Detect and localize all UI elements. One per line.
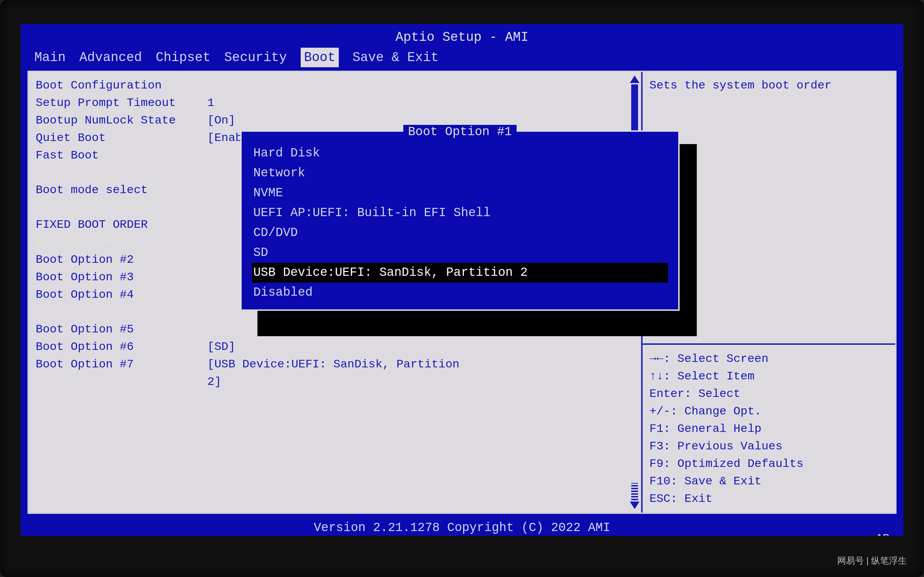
boot-mode-select-label: Boot mode select <box>36 182 207 199</box>
nav-change-opt: +/-: Change Opt. <box>649 403 888 420</box>
fast-boot-label: Fast Boot <box>36 147 207 164</box>
boot-option-7-label: Boot Option #7 <box>36 356 207 391</box>
boot-option-4-label: Boot Option #4 <box>36 286 207 304</box>
popup-option-nvme[interactable]: NVME <box>252 183 668 203</box>
nav-select-item: ↑↓: Select Item <box>649 368 888 385</box>
nav-general-help: F1: General Help <box>649 420 888 438</box>
setup-prompt-timeout-row[interactable]: Setup Prompt Timeout 1 <box>36 94 634 112</box>
menu-bar: Main Advanced Chipset Security Boot Save… <box>21 48 903 71</box>
boot-option-7-value: [USB Device:UEFI: SanDisk, Partition 2] <box>207 356 468 391</box>
version-text: Version 2.21.1278 Copyright (C) 2022 AMI <box>314 521 610 535</box>
popup-option-network[interactable]: Network <box>252 163 668 183</box>
nav-enter-select: Enter: Select <box>649 385 888 403</box>
popup-option-sd[interactable]: SD <box>252 243 668 263</box>
bios-title: Aptio Setup - AMI <box>21 24 903 48</box>
popup-option-hard-disk[interactable]: Hard Disk <box>252 143 668 163</box>
boot-option-6-value: [SD] <box>207 338 236 356</box>
arrow-down-icon <box>630 501 640 509</box>
popup-option-uefi-ap[interactable]: UEFI AP:UEFI: Built-in EFI Shell <box>252 203 668 223</box>
boot-option-5-label: Boot Option #5 <box>36 321 207 338</box>
monitor-bezel: Aptio Setup - AMI Main Advanced Chipset … <box>0 0 924 577</box>
arrow-up-icon <box>630 76 640 83</box>
setup-prompt-timeout-label: Setup Prompt Timeout <box>36 94 207 112</box>
menu-boot[interactable]: Boot <box>300 48 339 67</box>
ab-tag: AB <box>876 530 890 536</box>
setup-prompt-timeout-value: 1 <box>207 94 214 112</box>
menu-chipset[interactable]: Chipset <box>156 48 211 67</box>
help-separator <box>643 343 895 345</box>
popup-option-usb-device[interactable]: USB Device:UEFI: SanDisk, Partition 2 <box>252 263 668 283</box>
menu-save-exit[interactable]: Save & Exit <box>352 48 439 67</box>
popup-option-disabled[interactable]: Disabled <box>252 283 668 303</box>
menu-advanced[interactable]: Advanced <box>79 48 142 67</box>
nav-select-screen: →←: Select Screen <box>649 350 888 368</box>
footer: Version 2.21.1278 Copyright (C) 2022 AMI… <box>21 514 903 536</box>
nav-esc-exit: ESC: Exit <box>649 490 888 508</box>
bootup-numlock-value: [On] <box>207 112 236 129</box>
scroll-down-indicator <box>630 483 639 509</box>
boot-option-popup: Boot Option #1 Hard Disk Network NVME UE… <box>240 131 680 311</box>
bios-screen: Aptio Setup - AMI Main Advanced Chipset … <box>21 24 903 536</box>
nav-help: →←: Select Screen ↑↓: Select Item Enter:… <box>649 350 888 508</box>
nav-save-exit: F10: Save & Exit <box>649 473 888 490</box>
menu-security[interactable]: Security <box>224 48 287 67</box>
bootup-numlock-label: Bootup NumLock State <box>36 112 207 129</box>
watermark-text: 网易号 | 纵笔浮生 <box>837 555 907 567</box>
boot-option-6-row[interactable]: Boot Option #6 [SD] <box>36 338 634 356</box>
menu-main[interactable]: Main <box>34 48 66 67</box>
boot-config-header: Boot Configuration <box>36 77 634 94</box>
popup-option-cd-dvd[interactable]: CD/DVD <box>252 223 668 243</box>
popup-title: Boot Option #1 <box>252 123 668 141</box>
nav-previous-values: F3: Previous Values <box>649 438 888 455</box>
nav-optimized-defaults: F9: Optimized Defaults <box>649 455 888 473</box>
scroll-hatch <box>631 483 638 500</box>
quiet-boot-label: Quiet Boot <box>36 129 207 147</box>
boot-option-7-row[interactable]: Boot Option #7 [USB Device:UEFI: SanDisk… <box>36 356 634 391</box>
boot-option-2-label: Boot Option #2 <box>36 251 207 269</box>
boot-option-3-label: Boot Option #3 <box>36 269 207 286</box>
boot-option-1-label: Boot Option #1 <box>36 234 207 251</box>
boot-option-6-label: Boot Option #6 <box>36 338 207 356</box>
